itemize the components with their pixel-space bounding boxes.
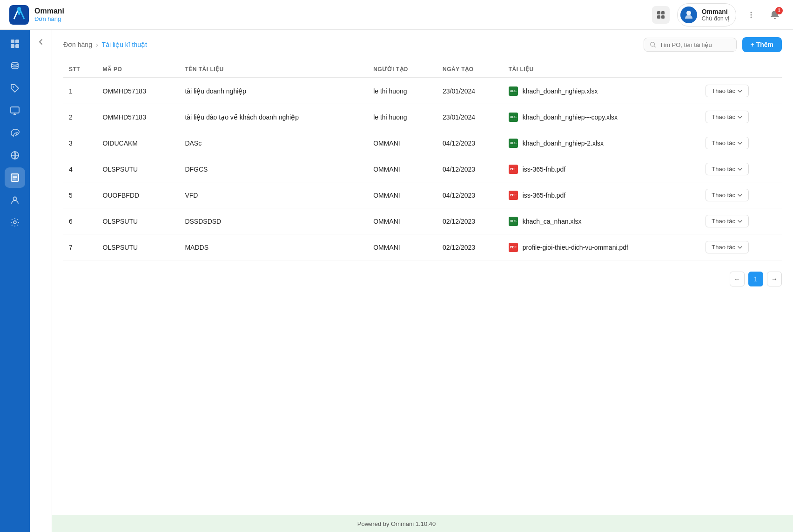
- breadcrumb-current: Tài liệu kĩ thuật: [102, 41, 147, 48]
- sidebar-item-globe[interactable]: [5, 145, 25, 166]
- notification-button[interactable]: 1: [766, 6, 784, 24]
- user-avatar: [680, 7, 697, 23]
- footer-text: Powered by Ommani 1.10.40: [357, 520, 436, 527]
- col-ten-tai-lieu: TÊN TÀI LIỆU: [179, 61, 368, 78]
- header-right: Ommani Chủ đơn vị 1: [652, 3, 784, 27]
- cell-action: Thao tác: [700, 182, 782, 208]
- action-button[interactable]: Thao tác: [706, 111, 749, 123]
- user-info: Ommani Chủ đơn vị: [702, 8, 729, 22]
- cell-ngay-tao: 23/01/2024: [437, 78, 503, 104]
- table-row: 3 OIDUCAKM DASc OMMANI 04/12/2023 XLS kh…: [63, 130, 782, 156]
- grid-button[interactable]: [652, 6, 670, 24]
- sidebar-item-orders[interactable]: [5, 167, 25, 188]
- svg-point-19: [13, 197, 17, 200]
- app-logo: [9, 5, 29, 25]
- cell-tai-lieu: XLS khach_doanh_nghiep---copy.xlsx: [503, 104, 700, 130]
- action-button[interactable]: Thao tác: [706, 241, 749, 253]
- cell-ma-po: OLSPSUTU: [97, 156, 180, 182]
- user-role: Chủ đơn vị: [702, 15, 729, 22]
- cell-stt: 4: [63, 156, 97, 182]
- cell-nguoi-tao: OMMANI: [368, 156, 437, 182]
- svg-rect-13: [15, 44, 19, 48]
- search-input[interactable]: [660, 41, 731, 48]
- table-row: 1 OMMHD57183 tài liệu doanh nghiệp le th…: [63, 78, 782, 104]
- file-type-icon: XLS: [509, 113, 518, 122]
- toolbar-right: + Thêm: [644, 37, 782, 52]
- action-button[interactable]: Thao tác: [706, 85, 749, 97]
- cell-stt: 7: [63, 234, 97, 260]
- cell-ten-tai-lieu: tài liệu đào tạo về khách doanh nghiệp: [179, 104, 368, 130]
- add-button[interactable]: + Thêm: [742, 37, 782, 52]
- cell-action: Thao tác: [700, 104, 782, 130]
- documents-table: STT MÃ PO TÊN TÀI LIỆU NGƯỜI TẠO NGÀY TẠ…: [63, 61, 782, 260]
- cell-tai-lieu: XLS khach_doanh_nghiep.xlsx: [503, 78, 700, 104]
- svg-rect-12: [11, 44, 14, 48]
- col-ma-po: MÃ PO: [97, 61, 180, 78]
- col-ngay-tao: NGÀY TẠO: [437, 61, 503, 78]
- sidebar-item-dashboard[interactable]: [5, 33, 25, 54]
- user-pill[interactable]: Ommani Chủ đơn vị: [677, 3, 736, 27]
- header-left: Ommani Đơn hàng: [9, 5, 64, 25]
- cell-action: Thao tác: [700, 234, 782, 260]
- table-row: 5 OUOFBFDD VFD OMMANI 04/12/2023 PDF iss…: [63, 182, 782, 208]
- sidebar-item-monitor[interactable]: [5, 100, 25, 121]
- file-type-icon: PDF: [509, 191, 518, 200]
- chevron-down-icon: [737, 88, 743, 94]
- cell-action: Thao tác: [700, 78, 782, 104]
- cell-ma-po: OLSPSUTU: [97, 208, 180, 234]
- cell-ngay-tao: 02/12/2023: [437, 208, 503, 234]
- action-button[interactable]: Thao tác: [706, 163, 749, 175]
- cell-stt: 6: [63, 208, 97, 234]
- cell-ten-tai-lieu: MADDS: [179, 234, 368, 260]
- app-subtitle: Đơn hàng: [34, 15, 64, 22]
- cell-ma-po: OUOFBFDD: [97, 182, 180, 208]
- cell-tai-lieu: XLS khach_ca_nhan.xlsx: [503, 208, 700, 234]
- pagination: ← 1 →: [63, 272, 782, 286]
- next-page-button[interactable]: →: [767, 272, 782, 286]
- search-box[interactable]: [644, 38, 737, 52]
- cell-tai-lieu: PDF profile-gioi-thieu-dich-vu-ommani.pd…: [503, 234, 700, 260]
- file-type-icon: XLS: [509, 217, 518, 226]
- svg-rect-16: [11, 107, 19, 113]
- breadcrumb-parent[interactable]: Đơn hàng: [63, 41, 92, 48]
- app-name: Ommani: [34, 7, 64, 15]
- action-button[interactable]: Thao tác: [706, 189, 749, 201]
- file-type-icon: XLS: [509, 86, 518, 96]
- cell-tai-lieu: PDF iss-365-fnb.pdf: [503, 182, 700, 208]
- file-name: khach_doanh_nghiep---copy.xlsx: [523, 113, 618, 121]
- app-title: Ommani Đơn hàng: [34, 7, 64, 22]
- cell-ma-po: OLSPSUTU: [97, 234, 180, 260]
- cell-ma-po: OMMHD57183: [97, 104, 180, 130]
- table-row: 2 OMMHD57183 tài liệu đào tạo về khách d…: [63, 104, 782, 130]
- action-button[interactable]: Thao tác: [706, 137, 749, 149]
- more-options-button[interactable]: [744, 7, 759, 22]
- sidebar-item-settings[interactable]: [5, 212, 25, 233]
- main-sidebar: [0, 30, 30, 532]
- sidebar-item-database[interactable]: [5, 56, 25, 76]
- sidebar-item-person[interactable]: [5, 190, 25, 210]
- sidebar-item-leaf[interactable]: [5, 123, 25, 143]
- file-type-icon: PDF: [509, 243, 518, 252]
- cell-stt: 2: [63, 104, 97, 130]
- action-button[interactable]: Thao tác: [706, 215, 749, 227]
- file-name: iss-365-fnb.pdf: [523, 166, 566, 173]
- cell-tai-lieu: XLS khach_doanh_nghiep-2.xlsx: [503, 130, 700, 156]
- svg-rect-4: [657, 15, 660, 19]
- svg-rect-2: [657, 11, 660, 14]
- cell-ten-tai-lieu: DFGCS: [179, 156, 368, 182]
- cell-nguoi-tao: le thi huong: [368, 104, 437, 130]
- prev-page-button[interactable]: ←: [730, 272, 745, 286]
- table-header-row: STT MÃ PO TÊN TÀI LIỆU NGƯỜI TẠO NGÀY TẠ…: [63, 61, 782, 78]
- top-header: Ommani Đơn hàng Ommani Chủ đơn vị: [0, 0, 793, 30]
- svg-rect-3: [661, 11, 665, 14]
- search-icon: [650, 41, 656, 48]
- breadcrumb-separator: ›: [96, 41, 98, 48]
- user-name: Ommani: [702, 8, 729, 15]
- notification-badge: 1: [775, 7, 783, 14]
- cell-ten-tai-lieu: DSSDSDSD: [179, 208, 368, 234]
- table-row: 7 OLSPSUTU MADDS OMMANI 02/12/2023 PDF p…: [63, 234, 782, 260]
- back-button[interactable]: [33, 33, 49, 50]
- page-1-button[interactable]: 1: [748, 272, 763, 286]
- sidebar-item-tag[interactable]: [5, 78, 25, 99]
- cell-ngay-tao: 04/12/2023: [437, 130, 503, 156]
